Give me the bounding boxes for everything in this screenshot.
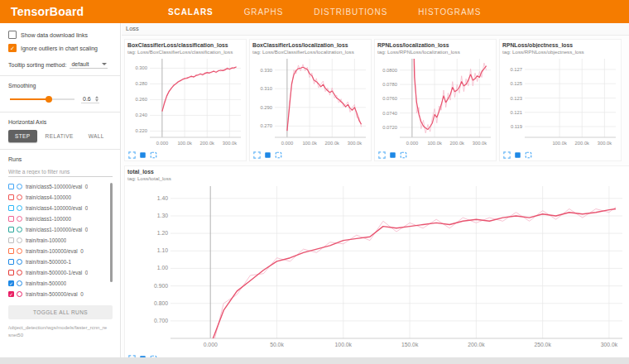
fit-domain-icon[interactable]	[400, 151, 407, 159]
run-item[interactable]: train/class1-100000	[8, 213, 113, 224]
run-item[interactable]: train/train-100000/eval_0	[8, 246, 113, 256]
svg-text:0.800: 0.800	[154, 300, 168, 306]
divider	[0, 149, 120, 150]
run-item[interactable]: train/class5-100000/eval_0	[8, 181, 113, 192]
run-item[interactable]: train/train-500000-1	[8, 256, 113, 267]
log-directory-path: /object_detection/wgs/models/faster_rcnn…	[8, 324, 113, 339]
box-classifier-classification-loss-plot[interactable]: 0.3000.2800.2600.2400.2200.000100.0k200.…	[127, 55, 245, 147]
axis-relative-button[interactable]: RELATIVE	[39, 130, 80, 142]
chart-actions	[127, 151, 245, 160]
svg-text:50.0k: 50.0k	[270, 342, 284, 347]
horizontal-axis-label: Horizontal Axis	[8, 119, 113, 125]
svg-text:1.20: 1.20	[157, 230, 168, 236]
run-item[interactable]: train/class4-100000	[8, 192, 113, 203]
fit-domain-icon[interactable]	[275, 151, 282, 159]
divider	[0, 75, 120, 76]
svg-text:100.0k: 100.0k	[552, 141, 567, 146]
axis-wall-button[interactable]: WALL	[82, 130, 111, 142]
tab-graphs[interactable]: GRAPHS	[244, 7, 284, 17]
expand-chart-icon[interactable]	[253, 151, 261, 159]
run-item[interactable]: train/train-500000-1/eval_0	[8, 267, 113, 278]
fit-domain-icon[interactable]	[525, 151, 532, 159]
run-color-circle-icon	[17, 270, 22, 275]
svg-text:0.260: 0.260	[135, 97, 147, 102]
run-item[interactable]: train/train-100000	[8, 235, 113, 246]
fit-domain-icon[interactable]	[150, 151, 157, 159]
run-checkbox[interactable]	[8, 248, 14, 254]
smoothing-value: 0.6	[83, 96, 91, 102]
svg-text:0.0780: 0.0780	[382, 82, 397, 87]
box-classifier-localization-loss-tag: tag: Loss/BoxClassifierLoss/localization…	[252, 49, 370, 55]
spinner-arrows-icon[interactable]	[95, 96, 98, 102]
show-download-links-row[interactable]: Show data download links	[8, 31, 113, 39]
tab-distributions[interactable]: DISTRIBUTIONS	[314, 7, 387, 17]
check-icon: ✓	[10, 46, 15, 51]
run-item[interactable]: ✓train/train-500000/eval_0	[8, 289, 113, 299]
tab-histograms[interactable]: HISTOGRAMS	[418, 7, 481, 17]
expand-chart-icon[interactable]	[503, 151, 511, 159]
total-loss-tag: tag: Loss/total_loss	[127, 175, 629, 181]
divider	[0, 112, 120, 113]
rpn-localization-loss-plot[interactable]: 0.08000.07800.07600.07400.07200.000100.0…	[377, 55, 495, 147]
run-checkbox[interactable]	[8, 205, 14, 211]
run-checkbox[interactable]	[8, 216, 14, 222]
ignore-outliers-row[interactable]: ✓ Ignore outliers in chart scaling	[8, 44, 113, 52]
run-checkbox[interactable]	[8, 270, 14, 275]
tooltip-sorting-label: Tooltip sorting method:	[8, 62, 66, 68]
run-color-circle-icon	[17, 248, 22, 254]
run-checkbox[interactable]	[8, 237, 14, 243]
run-color-circle-icon	[17, 194, 22, 200]
rpn-objectness-loss-tag: tag: Loss/RPNLoss/objectness_loss	[502, 49, 620, 55]
run-item[interactable]: train/class1-100000/eval_0	[8, 224, 113, 235]
box-classifier-localization-loss-card: BoxClassifierLoss/localization_losstag: …	[249, 39, 372, 161]
run-checkbox[interactable]: ✓	[8, 280, 14, 286]
run-selector-icon[interactable]	[139, 151, 146, 159]
run-checkbox[interactable]	[8, 184, 14, 189]
box-classifier-classification-loss-title: BoxClassifierLoss/classification_loss	[127, 42, 245, 48]
run-item[interactable]: train/class4-100000/eval_0	[8, 203, 113, 213]
dropdown-caret-icon	[102, 63, 107, 65]
tensorboard-logo: TensorBoard	[0, 5, 120, 18]
svg-text:0.0800: 0.0800	[382, 68, 397, 73]
axis-step-button[interactable]: STEP	[8, 130, 37, 142]
check-icon: ✓	[9, 292, 13, 297]
expand-chart-icon[interactable]	[378, 151, 386, 159]
run-item[interactable]: ✓train/train-500000	[8, 278, 113, 289]
smoothing-value-input[interactable]: 0.6	[81, 96, 99, 103]
show-download-links-checkbox[interactable]	[8, 31, 17, 39]
total-loss-plot[interactable]: 1.401.301.201.101.000.9000.8000.7000.000…	[127, 181, 629, 351]
ignore-outliers-checkbox[interactable]: ✓	[8, 44, 17, 52]
run-name: train/train-100000	[26, 237, 66, 243]
run-checkbox[interactable]	[8, 227, 14, 232]
run-name: train/class4-100000/eval_0	[26, 205, 88, 211]
tab-scalars[interactable]: SCALARS	[168, 7, 214, 17]
run-selector-icon[interactable]	[264, 151, 271, 159]
big-chart-slot: total_losstag: Loss/total_loss1.401.301.…	[124, 165, 629, 357]
smoothing-slider-fill	[10, 98, 49, 100]
runs-scrollbar[interactable]	[110, 183, 113, 282]
box-classifier-localization-loss-plot[interactable]: 0.3300.3100.2900.2700.000100.0k200.0k300…	[252, 55, 370, 147]
run-checkbox[interactable]: ✓	[8, 291, 14, 297]
smoothing-slider-thumb[interactable]	[46, 96, 52, 103]
run-name: train/train-500000-1/eval_0	[26, 270, 88, 275]
svg-text:0.127: 0.127	[510, 67, 522, 72]
svg-text:0.270: 0.270	[260, 123, 272, 128]
run-name: train/train-500000	[26, 280, 66, 286]
expand-chart-icon[interactable]	[128, 151, 136, 159]
run-selector-icon[interactable]	[389, 151, 396, 159]
runs-filter-input[interactable]	[8, 167, 113, 177]
run-color-circle-icon	[17, 205, 22, 211]
show-download-links-label: Show data download links	[21, 32, 88, 38]
run-checkbox[interactable]	[8, 194, 14, 200]
svg-text:0.0720: 0.0720	[382, 125, 397, 130]
tag-group-header-loss[interactable]: Loss	[122, 23, 629, 36]
smoothing-slider[interactable]	[10, 98, 74, 100]
box-classifier-classification-loss-tag: tag: Loss/BoxClassifierLoss/classificati…	[127, 49, 245, 55]
rpn-objectness-loss-plot[interactable]: 0.1270.1250.1230.1210.119100.0k200.0k300…	[502, 55, 620, 147]
toggle-all-runs-button[interactable]: TOGGLE ALL RUNS	[8, 305, 113, 319]
run-checkbox[interactable]	[8, 259, 14, 265]
svg-text:300.0k: 300.0k	[223, 141, 238, 146]
tooltip-sorting-dropdown[interactable]: default	[70, 60, 108, 69]
svg-text:0.310: 0.310	[260, 86, 272, 91]
run-selector-icon[interactable]	[514, 151, 521, 159]
